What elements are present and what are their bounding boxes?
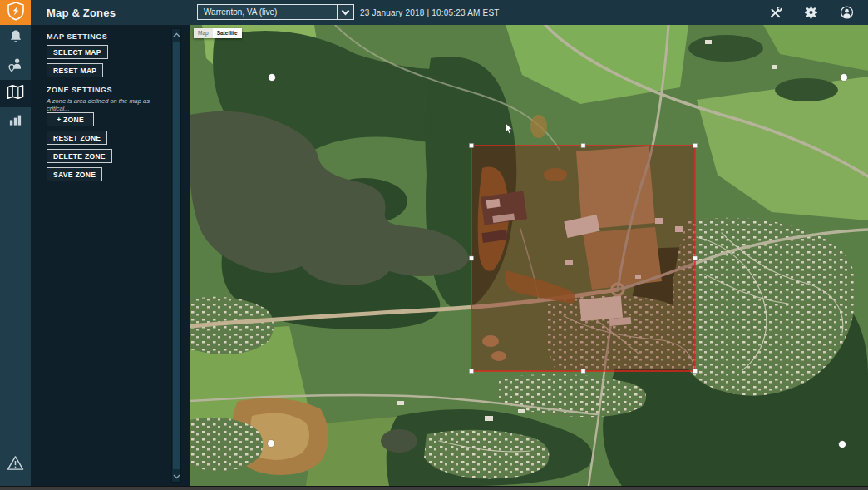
map-icon xyxy=(7,84,24,103)
tools-icon[interactable] xyxy=(768,6,782,20)
critical-zone xyxy=(470,144,698,374)
sidebar-item-people-location[interactable] xyxy=(0,52,31,80)
zone-settings-description: A zone is area defined on the map as cri… xyxy=(47,97,163,112)
chevron-down-icon[interactable] xyxy=(337,5,353,19)
map-settings-heading: MAP SETTINGS xyxy=(47,32,107,41)
satellite-view-button[interactable]: Satellite xyxy=(213,28,242,38)
sidebar-item-warnings[interactable] xyxy=(7,455,24,474)
zone-resize-handle[interactable] xyxy=(581,144,585,148)
zone-settings-heading: ZONE SETTINGS xyxy=(47,86,112,94)
warning-triangle-icon xyxy=(7,459,24,473)
scroll-down-arrow-icon[interactable] xyxy=(172,471,180,482)
sensor-marker[interactable] xyxy=(269,74,276,82)
datetime-display: 23 January 2018 | 10:05:23 AM EST xyxy=(360,0,500,25)
map-view-button[interactable]: Map xyxy=(194,28,213,38)
zone-rectangle[interactable] xyxy=(471,146,695,371)
shield-bolt-icon xyxy=(7,2,24,24)
zone-resize-handle[interactable] xyxy=(470,144,474,148)
sensor-marker[interactable] xyxy=(841,74,848,82)
sensor-marker[interactable] xyxy=(268,440,275,448)
sidebar-item-analytics[interactable] xyxy=(0,107,31,135)
bar-chart-icon xyxy=(8,112,22,130)
sensor-marker[interactable] xyxy=(839,441,846,448)
bell-icon xyxy=(8,29,23,48)
app-logo[interactable] xyxy=(0,0,31,25)
account-icon[interactable] xyxy=(840,6,854,20)
delete-zone-button[interactable]: DELETE ZONE xyxy=(47,149,112,163)
save-zone-button[interactable]: SAVE ZONE xyxy=(47,167,102,181)
zone-resize-handle[interactable] xyxy=(693,369,698,374)
zone-resize-handle[interactable] xyxy=(693,144,698,148)
zone-resize-handle[interactable] xyxy=(581,369,585,374)
scrollbar-thumb[interactable] xyxy=(173,42,180,469)
settings-panel: MAP SETTINGS SELECT MAP RESET MAP ZONE S… xyxy=(31,25,190,486)
map-canvas[interactable]: Map Satellite xyxy=(190,25,868,486)
bottom-edge-strip xyxy=(0,486,868,490)
zone-resize-handle[interactable] xyxy=(470,369,474,374)
topbar-actions xyxy=(768,0,854,25)
sidebar-item-map-zones[interactable] xyxy=(0,80,31,107)
top-bar: Map & Zones Warrenton, VA (live) 23 Janu… xyxy=(0,0,868,25)
person-pin-icon xyxy=(7,57,24,77)
zone-resize-handle[interactable] xyxy=(693,256,698,260)
reset-map-button[interactable]: RESET MAP xyxy=(47,63,103,77)
app-window: Map & Zones Warrenton, VA (live) 23 Janu… xyxy=(0,0,868,490)
select-map-button[interactable]: SELECT MAP xyxy=(47,45,108,59)
map-type-control: Map Satellite xyxy=(194,28,242,38)
add-zone-button[interactable]: + ZONE xyxy=(47,112,94,126)
reset-zone-button[interactable]: RESET ZONE xyxy=(47,131,107,145)
panel-scrollbar[interactable] xyxy=(171,28,181,483)
settings-gear-icon[interactable] xyxy=(804,6,818,20)
sidebar-item-alerts[interactable] xyxy=(0,25,31,52)
nav-rail xyxy=(0,25,31,486)
location-dropdown-value: Warrenton, VA (live) xyxy=(198,7,337,17)
scroll-up-arrow-icon[interactable] xyxy=(172,29,180,40)
location-dropdown[interactable]: Warrenton, VA (live) xyxy=(197,4,354,20)
zone-resize-handle[interactable] xyxy=(470,256,474,260)
page-title: Map & Zones xyxy=(47,0,116,25)
